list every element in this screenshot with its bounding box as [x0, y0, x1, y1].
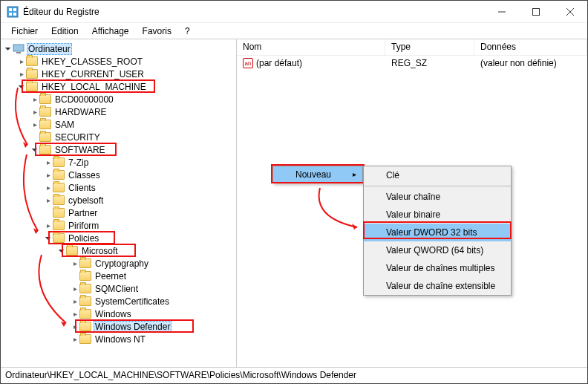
folder-icon: [79, 334, 91, 344]
chevron-right-icon[interactable]: ▸: [44, 221, 53, 230]
submenu-dword[interactable]: Valeur DWORD 32 bits: [364, 224, 511, 241]
folder-icon: [39, 107, 51, 117]
tree-security[interactable]: SECURITY: [53, 132, 102, 143]
svg-rect-3: [9, 13, 12, 16]
value-row[interactable]: ab(par défaut) REG_SZ (valeur non défini…: [237, 56, 587, 71]
submenu-qword[interactable]: Valeur QWORD (64 bits): [364, 241, 511, 259]
computer-icon: [13, 44, 24, 53]
submenu-key[interactable]: Clé: [364, 166, 511, 184]
tree-sqm[interactable]: SQMClient: [94, 284, 140, 294]
statusbar: Ordinateur\HKEY_LOCAL_MACHINE\SOFTWARE\P…: [1, 367, 587, 383]
minimize-button[interactable]: [485, 1, 519, 22]
folder-icon: [79, 271, 91, 281]
status-path: Ordinateur\HKEY_LOCAL_MACHINE\SOFTWARE\P…: [5, 370, 356, 380]
svg-rect-4: [13, 13, 16, 16]
chevron-right-icon: ▸: [353, 170, 356, 178]
submenu-multi[interactable]: Valeur de chaînes multiples: [364, 259, 511, 277]
chevron-right-icon[interactable]: ▸: [71, 335, 79, 343]
svg-rect-10: [16, 52, 21, 53]
folder-icon: [79, 309, 91, 319]
folder-icon: [53, 183, 65, 192]
tree-syscert[interactable]: SystemCertificates: [94, 296, 171, 307]
folder-icon: [79, 296, 91, 306]
svg-rect-1: [9, 8, 12, 11]
svg-rect-2: [13, 8, 16, 11]
chevron-right-icon[interactable]: ▸: [44, 158, 53, 166]
chevron-right-icon[interactable]: ▸: [71, 297, 79, 305]
col-name[interactable]: Nom: [237, 39, 385, 55]
chevron-right-icon[interactable]: ▸: [17, 70, 26, 78]
value-data: (valeur non définie): [474, 57, 587, 69]
chevron-down-icon[interactable]: ⏷: [17, 82, 26, 91]
tree-partner[interactable]: Partner: [67, 208, 99, 218]
chevron-right-icon[interactable]: ▸: [71, 284, 79, 293]
menu-help[interactable]: ?: [179, 25, 196, 38]
tree-hkcr[interactable]: HKEY_CLASSES_ROOT: [40, 56, 144, 67]
chevron-right-icon[interactable]: ▸: [44, 171, 53, 179]
chevron-right-icon[interactable]: ▸: [30, 120, 39, 128]
folder-icon: [39, 94, 51, 104]
folder-icon: [39, 132, 51, 142]
submenu-string[interactable]: Valeur chaîne: [364, 188, 511, 206]
tree-7zip[interactable]: 7-Zip: [67, 157, 90, 168]
chevron-right-icon[interactable]: ▸: [30, 95, 39, 103]
chevron-down-icon[interactable]: ⏷: [57, 247, 66, 255]
menu-edit[interactable]: Edition: [45, 25, 85, 38]
tree-windows-defender[interactable]: Windows Defender: [94, 321, 172, 333]
col-data[interactable]: Données: [474, 39, 587, 55]
folder-icon: [79, 322, 91, 331]
tree-windows[interactable]: Windows: [94, 309, 133, 319]
tree-peernet[interactable]: Peernet: [94, 271, 128, 282]
chevron-right-icon[interactable]: ▸: [44, 196, 53, 204]
chevron-down-icon[interactable]: ⏷: [44, 234, 53, 242]
folder-icon: [39, 120, 51, 129]
folder-icon: [39, 145, 51, 154]
folder-icon: [53, 233, 65, 243]
col-type[interactable]: Type: [385, 39, 474, 55]
folder-icon: [53, 221, 65, 230]
regedit-icon: [7, 6, 19, 18]
tree-policies[interactable]: Policies: [67, 233, 100, 244]
tree-root[interactable]: Ordinateur: [27, 43, 72, 55]
maximize-button[interactable]: [519, 1, 553, 22]
value-name: (par défaut): [256, 58, 302, 68]
submenu-binary[interactable]: Valeur binaire: [364, 206, 511, 224]
context-menu: Nouveau▸: [272, 166, 363, 183]
chevron-down-icon[interactable]: ⏷: [4, 45, 13, 53]
folder-icon: [79, 258, 91, 268]
folder-icon: [53, 170, 65, 180]
tree-classes[interactable]: Classes: [67, 170, 102, 180]
close-button[interactable]: [553, 1, 587, 22]
menu-favorites[interactable]: Favoris: [137, 25, 177, 38]
tree-hklm[interactable]: HKEY_LOCAL_MACHINE: [40, 82, 148, 92]
tree-crypto[interactable]: Cryptography: [94, 258, 150, 269]
tree-panel[interactable]: ⏷Ordinateur ▸HKEY_CLASSES_ROOT ▸HKEY_CUR…: [1, 39, 237, 367]
menu-view[interactable]: Affichage: [86, 25, 135, 38]
chevron-right-icon[interactable]: ▸: [71, 310, 79, 318]
folder-icon: [26, 56, 38, 66]
tree-hkcu[interactable]: HKEY_CURRENT_USER: [40, 69, 146, 79]
menu-file[interactable]: Fichier: [5, 25, 44, 38]
tree-microsoft[interactable]: Microsoft: [80, 246, 120, 256]
tree-winnt[interactable]: Windows NT: [94, 334, 147, 345]
chevron-right-icon[interactable]: ▸: [44, 183, 53, 192]
tree-sam[interactable]: SAM: [53, 120, 76, 130]
arrow-icon: [311, 184, 367, 236]
values-panel[interactable]: Nom Type Données ab(par défaut) REG_SZ (…: [237, 39, 587, 367]
tree-cybelsoft[interactable]: cybelsoft: [67, 195, 105, 206]
tree-hardware[interactable]: HARDWARE: [53, 107, 108, 117]
tree-piriform[interactable]: Piriform: [67, 221, 100, 231]
tree-clients[interactable]: Clients: [67, 183, 97, 193]
chevron-down-icon[interactable]: ⏷: [30, 146, 39, 154]
chevron-right-icon[interactable]: ▸: [17, 57, 26, 65]
ctx-new[interactable]: Nouveau▸: [273, 166, 362, 183]
titlebar: Éditeur du Registre: [1, 1, 587, 23]
chevron-right-icon[interactable]: ▸: [71, 259, 79, 267]
svg-rect-9: [13, 45, 24, 51]
tree-software[interactable]: SOFTWARE: [53, 145, 107, 155]
submenu-expand[interactable]: Valeur de chaîne extensible: [364, 277, 511, 295]
chevron-right-icon[interactable]: ▸: [30, 108, 39, 116]
folder-icon: [79, 284, 91, 293]
chevron-right-icon[interactable]: ▸: [71, 322, 79, 331]
tree-bcd[interactable]: BCD00000000: [53, 94, 115, 105]
